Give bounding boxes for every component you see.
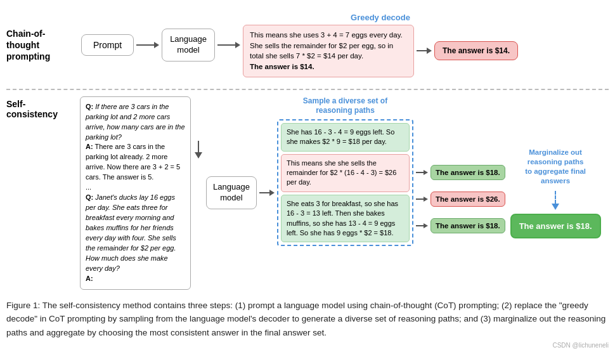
section-divider [6,89,609,90]
arrow-2 [217,42,240,48]
prompt-area: Q: If there are 3 cars in the parking lo… [80,96,191,290]
dashed-arrow-down [552,191,559,210]
prompt-box: Prompt [81,34,134,56]
path-box-2: This means she she sells the remainder f… [281,154,410,192]
answer-badge-2: The answer is $26. [430,192,505,207]
arrow-to-paths [259,190,275,196]
watermark: CSDN @lichuneneli [6,342,609,349]
down-arrow [195,141,202,159]
arrow-ans-1 [416,170,428,175]
lang-model-box-bottom: Language model [206,176,257,209]
paths-container: She has 16 - 3 - 4 = 9 eggs left. So she… [277,119,413,247]
greedy-text-box: This means she uses 3 + 4 = 7 eggs every… [243,25,414,77]
path-box-3: She eats 3 for breakfast, so she has 16 … [281,195,410,243]
cot-label: Chain-of-thought prompting [6,28,76,63]
arrow-3 [417,48,432,54]
lang-model-box-top: Language model [162,29,215,62]
path-box-1: She has 16 - 3 - 4 = 9 eggs left. So she… [281,123,410,152]
greedy-decode-label: Greedy decode [243,13,518,22]
arrow-ans-2 [416,197,428,202]
answer-badge-1: The answer is $18. [430,165,505,180]
self-consistency-label: Self-consistency [6,96,76,119]
arrow-1 [136,42,159,48]
diverse-paths-label: Sample a diverse set of reasoning paths [303,96,387,116]
arrow-ans-3 [416,223,428,228]
marginalize-label: Marginalize out reasoning paths to aggre… [514,148,597,186]
final-answer-box: The answer is $18. [510,214,601,238]
answer-box-top: The answer is $14. [434,41,518,60]
answer-badge-3: The answer is $18. [430,218,505,233]
figure-caption: Figure 1: The self-consistency method co… [6,299,609,340]
